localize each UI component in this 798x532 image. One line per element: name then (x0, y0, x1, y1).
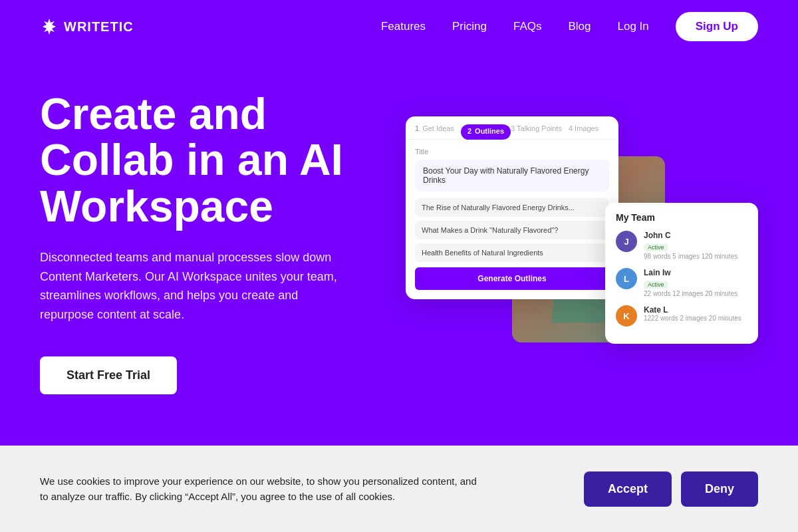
team-card-title: My Team (616, 212, 747, 223)
generate-outlines-button[interactable]: Generate Outlines (415, 267, 609, 290)
logo-text: WRITETIC (64, 19, 134, 35)
member-name-lain: Lain Iw (644, 268, 737, 277)
team-card: My Team J John C Active 98 words 5 image… (605, 203, 758, 344)
nav-blog[interactable]: Blog (568, 20, 591, 33)
cookie-text: We use cookies to improve your experienc… (40, 473, 477, 505)
member-badge-lain: Active (644, 281, 668, 289)
mockup-tab-ideas[interactable]: 1 Get Ideas (415, 124, 461, 139)
hero-description: Disconnected teams and manual processes … (40, 248, 346, 325)
member-stats-john: 98 words 5 images 120 minutes (644, 253, 737, 260)
member-stats-kate: 1222 words 2 images 20 minutes (644, 315, 741, 322)
member-stats-lain: 22 words 12 images 20 minutes (644, 290, 737, 297)
logo[interactable]: WRITETIC (40, 17, 134, 36)
team-member-kate: K Kate L 1222 words 2 images 20 minutes (616, 305, 747, 327)
mockup-tab-outlines[interactable]: 2 Outlines (461, 124, 511, 140)
cookie-deny-button[interactable]: Deny (681, 471, 758, 507)
nav-login[interactable]: Log In (618, 20, 649, 33)
nav-faqs[interactable]: FAQs (513, 20, 542, 33)
hero-left: Create and Collab in an AI Workspace Dis… (40, 91, 386, 394)
outline-item-1: The Rise of Naturally Flavored Energy Dr… (415, 198, 609, 217)
cookie-accept-button[interactable]: Accept (584, 471, 672, 507)
cookie-text-line2: to analyze our traffic. By clicking “Acc… (40, 491, 395, 502)
mockup-main-card: 1 Get Ideas 2 Outlines 3 Talking Points … (406, 116, 618, 299)
member-info-kate: Kate L 1222 words 2 images 20 minutes (644, 305, 741, 322)
cookie-text-line1: We use cookies to improve your experienc… (40, 475, 477, 487)
navbar: WRITETIC Features Pricing FAQs Blog Log … (0, 0, 798, 53)
outline-item-3: Health Benefits of Natural Ingredients (415, 243, 609, 262)
team-member-lain: L Lain Iw Active 22 words 12 images 20 m… (616, 268, 747, 297)
member-name-kate: Kate L (644, 305, 741, 315)
avatar-john: J (616, 231, 637, 252)
mockup-tabs: 1 Get Ideas 2 Outlines 3 Talking Points … (406, 116, 618, 140)
mockup-tab-talking[interactable]: 3 Talking Points (511, 124, 569, 139)
outline-item-2: What Makes a Drink "Naturally Flavored"? (415, 221, 609, 239)
member-badge-john: Active (644, 243, 668, 251)
start-free-trial-button[interactable]: Start Free Trial (40, 356, 177, 394)
member-name-john: John C (644, 231, 737, 240)
hero-mockup: 1 Get Ideas 2 Outlines 3 Talking Points … (406, 116, 758, 369)
mockup-tab-images[interactable]: 4 Images (569, 124, 605, 139)
member-info-john: John C Active 98 words 5 images 120 minu… (644, 231, 737, 260)
avatar-lain: L (616, 268, 637, 289)
logo-icon (40, 17, 59, 36)
hero-title: Create and Collab in an AI Workspace (40, 91, 386, 229)
nav-signup[interactable]: Sign Up (676, 12, 758, 41)
avatar-kate: K (616, 305, 637, 327)
cookie-buttons: Accept Deny (584, 471, 758, 507)
mockup-title-value: Boost Your Day with Naturally Flavored E… (415, 160, 609, 192)
mockup-body: Title Boost Your Day with Naturally Flav… (406, 148, 618, 262)
member-info-lain: Lain Iw Active 22 words 12 images 20 min… (644, 268, 737, 297)
mockup-title-label: Title (415, 148, 609, 156)
cookie-banner: We use cookies to improve your experienc… (0, 446, 798, 532)
nav-links: Features Pricing FAQs Blog Log In Sign U… (381, 12, 758, 41)
team-member-john: J John C Active 98 words 5 images 120 mi… (616, 231, 747, 260)
nav-features[interactable]: Features (381, 20, 426, 33)
hero-section: Create and Collab in an AI Workspace Dis… (0, 53, 798, 446)
nav-pricing[interactable]: Pricing (452, 20, 487, 33)
